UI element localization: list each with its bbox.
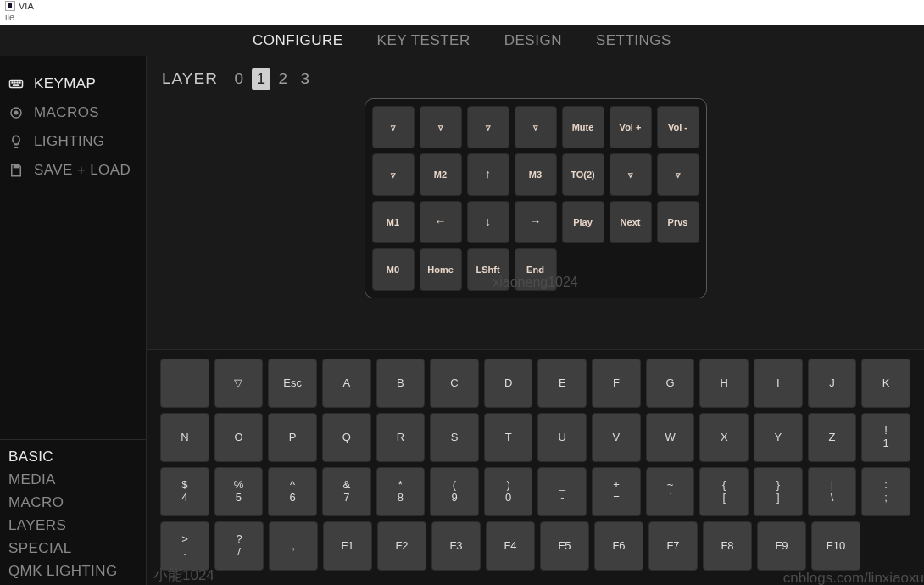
sidebar-item-lighting[interactable]: LIGHTING bbox=[0, 127, 146, 156]
keymap-key[interactable]: ▿ bbox=[657, 153, 699, 196]
picker-key[interactable]: ?/ bbox=[214, 521, 264, 571]
picker-key[interactable]: A bbox=[322, 359, 371, 408]
picker-key[interactable]: R bbox=[376, 413, 426, 462]
keymap-key[interactable]: Prvs bbox=[657, 201, 699, 243]
picker-category-basic[interactable]: BASIC bbox=[8, 448, 137, 465]
picker-key[interactable]: E bbox=[537, 359, 587, 408]
keymap-key[interactable]: ▿ bbox=[372, 106, 415, 148]
keymap-key[interactable]: M2 bbox=[420, 153, 462, 196]
picker-key[interactable]: F1 bbox=[323, 521, 372, 571]
layer-select-0[interactable]: 0 bbox=[230, 68, 248, 90]
picker-key[interactable]: }] bbox=[754, 467, 803, 516]
picker-key[interactable]: ~` bbox=[646, 467, 695, 516]
picker-key[interactable]: Q bbox=[322, 413, 371, 462]
keymap-key[interactable]: End bbox=[515, 248, 557, 291]
picker-key[interactable]: B bbox=[376, 359, 426, 408]
picker-key[interactable]: |\ bbox=[808, 467, 857, 516]
picker-key[interactable]: N bbox=[160, 413, 209, 462]
picker-key[interactable]: F8 bbox=[703, 521, 752, 571]
picker-key[interactable]: S bbox=[430, 413, 479, 462]
layer-select-2[interactable]: 2 bbox=[274, 68, 292, 90]
keymap-key[interactable]: ▿ bbox=[515, 106, 557, 148]
keymap-key[interactable]: M0 bbox=[372, 248, 415, 291]
sidebar-item-save-load[interactable]: SAVE + LOAD bbox=[0, 156, 146, 185]
sidebar-item-label: MACROS bbox=[34, 104, 99, 121]
keymap-key[interactable]: ▿ bbox=[420, 106, 462, 148]
picker-key[interactable]: F6 bbox=[594, 521, 643, 571]
picker-key[interactable]: D bbox=[484, 359, 533, 408]
layer-select-3[interactable]: 3 bbox=[296, 68, 314, 90]
tab-design[interactable]: DESIGN bbox=[504, 32, 562, 49]
picker-key[interactable]: )0 bbox=[484, 467, 533, 516]
picker-key[interactable]: _- bbox=[537, 467, 587, 516]
picker-key[interactable]: %5 bbox=[214, 467, 264, 516]
keymap-key[interactable]: LShft bbox=[467, 248, 509, 291]
picker-key[interactable]: >. bbox=[160, 521, 209, 571]
keymap-key[interactable]: → bbox=[515, 201, 557, 243]
picker-key[interactable]: $4 bbox=[160, 467, 209, 516]
picker-key[interactable]: K bbox=[861, 359, 910, 408]
picker-key[interactable]: *8 bbox=[376, 467, 426, 516]
picker-key[interactable]: O bbox=[214, 413, 264, 462]
picker-key[interactable]: V bbox=[592, 413, 641, 462]
picker-key[interactable]: {[ bbox=[699, 467, 749, 516]
keymap-key[interactable]: Home bbox=[420, 248, 462, 291]
picker-key[interactable]: I bbox=[754, 359, 803, 408]
keymap-key[interactable]: Next bbox=[610, 201, 652, 243]
keymap-key[interactable]: Play bbox=[562, 201, 604, 243]
picker-key[interactable]: T bbox=[484, 413, 533, 462]
keymap-key[interactable]: ← bbox=[420, 201, 462, 243]
picker-key[interactable]: U bbox=[537, 413, 587, 462]
keymap-key[interactable]: ↓ bbox=[467, 201, 509, 243]
picker-key[interactable]: Esc bbox=[268, 359, 317, 408]
keymap-key[interactable]: Vol + bbox=[610, 106, 652, 148]
tab-configure[interactable]: CONFIGURE bbox=[253, 32, 343, 49]
keymap-key[interactable]: TO(2) bbox=[562, 153, 604, 196]
layer-select-1[interactable]: 1 bbox=[252, 68, 270, 90]
picker-category-special[interactable]: SPECIAL bbox=[8, 540, 137, 557]
picker-key[interactable]: !1 bbox=[861, 413, 910, 462]
tab-settings[interactable]: SETTINGS bbox=[596, 32, 671, 49]
picker-category-macro[interactable]: MACRO bbox=[8, 494, 137, 511]
picker-key[interactable]: :; bbox=[861, 467, 910, 516]
picker-key[interactable]: &7 bbox=[322, 467, 371, 516]
picker-key[interactable]: C bbox=[430, 359, 479, 408]
picker-key[interactable]: F10 bbox=[811, 521, 860, 571]
picker-key[interactable]: (9 bbox=[430, 467, 479, 516]
sidebar-item-keymap[interactable]: KEYMAP bbox=[0, 70, 146, 98]
tab-key-tester[interactable]: KEY TESTER bbox=[377, 32, 470, 49]
picker-category-media[interactable]: MEDIA bbox=[8, 471, 137, 488]
picker-key[interactable]: ▽ bbox=[214, 359, 264, 408]
picker-key[interactable]: ^6 bbox=[268, 467, 317, 516]
picker-category-layers[interactable]: LAYERS bbox=[8, 517, 137, 534]
picker-key[interactable]: += bbox=[592, 467, 641, 516]
picker-key[interactable]: J bbox=[808, 359, 857, 408]
picker-key[interactable]: F7 bbox=[648, 521, 698, 571]
picker-key[interactable]: Y bbox=[754, 413, 803, 462]
picker-key[interactable]: F4 bbox=[486, 521, 535, 571]
keymap-key[interactable]: M1 bbox=[372, 201, 415, 243]
picker-key[interactable]: H bbox=[699, 359, 749, 408]
picker-key[interactable]: P bbox=[268, 413, 317, 462]
picker-key[interactable]: F5 bbox=[540, 521, 589, 571]
picker-key[interactable]: F bbox=[592, 359, 641, 408]
picker-key[interactable]: W bbox=[646, 413, 695, 462]
picker-key[interactable] bbox=[160, 359, 209, 408]
picker-key[interactable]: X bbox=[699, 413, 749, 462]
menu-file[interactable]: ile bbox=[5, 12, 14, 22]
picker-category-qmk-lighting[interactable]: QMK LIGHTING bbox=[8, 563, 137, 580]
keymap-key[interactable]: Mute bbox=[562, 106, 604, 148]
picker-key[interactable]: F3 bbox=[431, 521, 481, 571]
sidebar-item-macros[interactable]: MACROS bbox=[0, 98, 146, 127]
picker-key[interactable]: G bbox=[646, 359, 695, 408]
keymap-key[interactable]: ▿ bbox=[467, 106, 509, 148]
keymap-key[interactable]: M3 bbox=[515, 153, 557, 196]
picker-key[interactable]: F9 bbox=[757, 521, 806, 571]
picker-key[interactable]: F2 bbox=[377, 521, 426, 571]
picker-key[interactable]: Z bbox=[808, 413, 857, 462]
picker-key[interactable]: , bbox=[269, 521, 318, 571]
keymap-key[interactable]: Vol - bbox=[657, 106, 699, 148]
keymap-key[interactable]: ↑ bbox=[467, 153, 509, 196]
keymap-key[interactable]: ▿ bbox=[372, 153, 415, 196]
keymap-key[interactable]: ▿ bbox=[610, 153, 652, 196]
